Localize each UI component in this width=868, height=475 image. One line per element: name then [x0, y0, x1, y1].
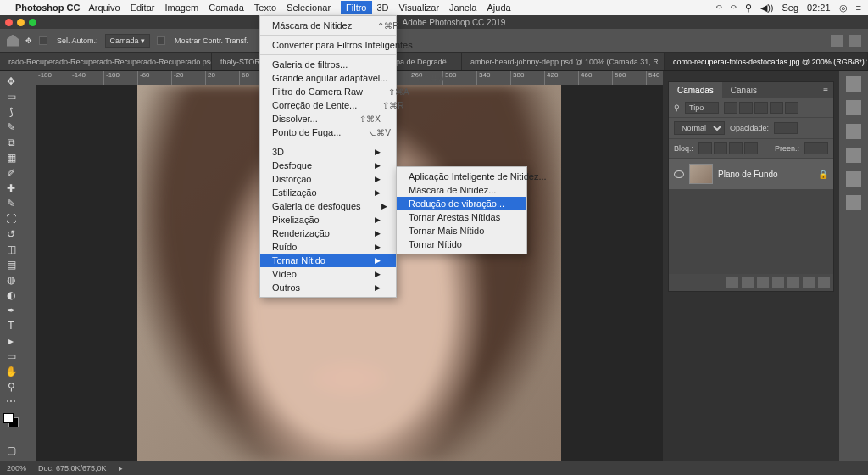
filter-type-icon[interactable] — [754, 102, 768, 114]
layer-kind-filter[interactable] — [685, 102, 719, 114]
layers-empty-area[interactable] — [669, 189, 833, 274]
stamp-tool[interactable]: ⛶ — [3, 212, 19, 226]
show-controls-checkbox[interactable] — [157, 36, 165, 45]
menu-ajuda[interactable]: Ajuda — [487, 3, 510, 13]
menu-selecionar[interactable]: Selecionar — [287, 3, 331, 13]
filter-smart-icon[interactable] — [785, 102, 798, 114]
status-arrow-icon[interactable]: ▸ — [119, 464, 123, 472]
quick-select-tool[interactable]: ✎ — [3, 120, 19, 135]
menu-item[interactable]: Grande angular adaptável...⌥⇧⌘A — [260, 71, 396, 85]
menu-item[interactable]: Converter para Filtros Inteligentes — [260, 38, 396, 52]
ruler-origin[interactable] — [22, 71, 36, 85]
lock-trans-icon[interactable] — [698, 142, 712, 154]
filter-pixel-icon[interactable] — [724, 102, 737, 114]
autosel-dropdown[interactable]: Camada ▾ — [105, 34, 151, 48]
lock-pos-icon[interactable] — [729, 142, 743, 154]
submenu-item[interactable]: Tornar Nítido — [397, 238, 526, 251]
ruler-vertical[interactable] — [22, 85, 36, 461]
marquee-tool[interactable]: ▭ — [3, 90, 19, 104]
spotlight-icon[interactable]: ⚲ — [745, 3, 752, 14]
link-layers-icon[interactable] — [726, 277, 738, 288]
trash-icon[interactable] — [818, 277, 830, 288]
menu-item[interactable]: Estilização▶ — [260, 186, 396, 199]
minimize-window-icon[interactable] — [17, 19, 25, 26]
menu-item-tornar-nitido[interactable]: Tornar Nítido▶ — [260, 254, 396, 267]
dodge-tool[interactable]: ◐ — [3, 288, 19, 302]
move-tool[interactable]: ✥ — [3, 75, 19, 89]
layer-thumbnail[interactable] — [689, 164, 713, 184]
tab-doc[interactable]: rado-Recuperado-Recuperado-Recuperado-Re… — [0, 53, 212, 70]
adjustments-panel-icon[interactable] — [846, 148, 861, 163]
menu-item[interactable]: Galeria de filtros... — [260, 58, 396, 71]
tab-doc-active[interactable]: como-recuperar-fotos-desfocadas.jpg @ 20… — [665, 53, 868, 70]
search-icon[interactable] — [831, 35, 843, 47]
menu-item[interactable]: Renderização▶ — [260, 226, 396, 240]
menu-item[interactable]: 3D▶ — [260, 145, 396, 159]
actions-panel-icon[interactable] — [846, 195, 861, 210]
type-tool[interactable]: T — [3, 318, 19, 332]
history-panel-icon[interactable] — [846, 171, 861, 187]
close-window-icon[interactable] — [5, 19, 13, 26]
notif-icon[interactable]: ≡ — [856, 3, 861, 13]
menu-item[interactable]: Ponto de Fuga...⌥⌘V — [260, 126, 396, 139]
panel-menu-icon[interactable]: ≡ — [818, 82, 833, 98]
opacity-input[interactable] — [774, 122, 798, 134]
zoom-tool[interactable]: ⚲ — [3, 379, 19, 394]
history-brush-tool[interactable]: ↺ — [3, 227, 19, 242]
edit-toolbar[interactable]: ⋯ — [3, 394, 19, 409]
color-panel-icon[interactable] — [846, 76, 861, 92]
menu-visualizar[interactable]: Visualizar — [399, 3, 440, 13]
layer-row[interactable]: Plano de Fundo 🔒 — [669, 159, 833, 189]
swatches-panel-icon[interactable] — [846, 100, 861, 115]
eraser-tool[interactable]: ◫ — [3, 242, 19, 256]
wifi-icon[interactable]: ⌔ — [731, 3, 737, 13]
blur-tool[interactable]: ◍ — [3, 272, 19, 287]
menu-janela[interactable]: Janela — [449, 3, 476, 13]
fx-icon[interactable] — [742, 277, 754, 288]
submenu-item-reducao-vibracao[interactable]: Redução de vibração... — [397, 197, 526, 210]
layers-tab[interactable]: Camadas — [669, 82, 722, 98]
menu-item[interactable]: Galeria de desfoques▶ — [260, 199, 396, 213]
lock-pixels-icon[interactable] — [714, 142, 727, 154]
fill-input[interactable] — [804, 142, 828, 154]
zoom-window-icon[interactable] — [29, 19, 36, 26]
menu-item[interactable]: Máscara de Nitidez⌃⌘F — [260, 19, 396, 32]
menu-filtro[interactable]: Filtro — [341, 1, 371, 14]
adjustment-icon[interactable] — [772, 277, 784, 288]
menu-imagem[interactable]: Imagem — [164, 3, 198, 13]
menu-editar[interactable]: Editar — [131, 3, 155, 13]
menu-item[interactable]: Desfoque▶ — [260, 159, 396, 172]
submenu-item[interactable]: Aplicação Inteligente de Nitidez... — [397, 170, 526, 183]
lock-all-icon[interactable] — [744, 142, 758, 154]
eyedropper-tool[interactable]: ✐ — [3, 166, 19, 181]
submenu-item[interactable]: Tornar Mais Nítido — [397, 224, 526, 238]
quickmask-tool[interactable]: ◻ — [3, 428, 19, 443]
filter-shape-icon[interactable] — [770, 102, 783, 114]
group-icon[interactable] — [787, 277, 799, 288]
channels-tab[interactable]: Canais — [722, 82, 765, 98]
siri-icon[interactable]: ◎ — [839, 3, 848, 14]
bluetooth-icon[interactable]: ⌔ — [716, 3, 722, 13]
gradient-tool[interactable]: ▤ — [3, 257, 19, 271]
blend-mode-select[interactable]: Normal — [674, 121, 725, 135]
color-swatch[interactable] — [3, 413, 19, 428]
app-name[interactable]: Photoshop CC — [15, 3, 80, 13]
menu-item[interactable]: Correção de Lente...⇧⌘R — [260, 98, 396, 112]
submenu-item[interactable]: Máscara de Nitidez... — [397, 183, 526, 197]
move-tool-icon[interactable]: ✥ — [25, 36, 32, 45]
menu-item[interactable]: Dissolver...⇧⌘X — [260, 112, 396, 126]
search-icon[interactable]: ⚲ — [674, 103, 680, 112]
doc-size[interactable]: Doc: 675,0K/675,0K — [38, 464, 107, 472]
lasso-tool[interactable]: ⟆ — [3, 105, 19, 120]
autosel-checkbox[interactable] — [39, 36, 47, 45]
mask-icon[interactable] — [757, 277, 769, 288]
menu-item[interactable]: Distorção▶ — [260, 172, 396, 186]
menu-item[interactable]: Vídeo▶ — [260, 267, 396, 281]
menu-3d[interactable]: 3D — [377, 3, 389, 13]
libraries-panel-icon[interactable] — [846, 124, 861, 139]
filter-adjust-icon[interactable] — [739, 102, 753, 114]
frame-tool[interactable]: ▦ — [3, 151, 19, 165]
healing-tool[interactable]: ✚ — [3, 182, 19, 196]
menu-camada[interactable]: Camada — [209, 3, 244, 13]
zoom-level[interactable]: 200% — [7, 464, 26, 472]
